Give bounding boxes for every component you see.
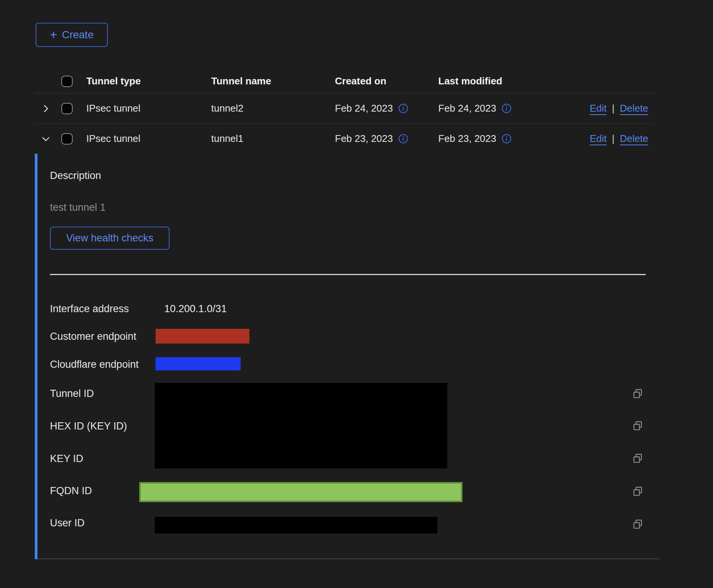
fqdn-id-label: FQDN ID	[50, 484, 92, 498]
edit-link[interactable]: Edit	[590, 103, 607, 114]
created-on-cell: Feb 24, 2023	[335, 103, 438, 114]
row-actions-cell: Edit | Delete	[590, 103, 655, 114]
cloudflare-endpoint-redaction	[156, 357, 241, 370]
info-icon[interactable]	[398, 134, 408, 144]
ids-redaction-block	[155, 383, 447, 468]
tunnel-type-cell: IPsec tunnel	[86, 103, 211, 114]
section-divider	[50, 274, 646, 275]
actions-separator: |	[612, 103, 615, 114]
copy-key-id-icon[interactable]	[631, 453, 644, 465]
edit-link[interactable]: Edit	[590, 133, 607, 145]
copy-hex-id-icon[interactable]	[631, 420, 644, 433]
row-expander-cell	[35, 134, 56, 144]
last-modified-value: Feb 23, 2023	[438, 133, 496, 145]
tunnels-table: Tunnel type Tunnel name Created on Last …	[35, 69, 655, 154]
hex-id-label: HEX ID (KEY ID)	[50, 419, 127, 433]
cloudflare-endpoint-label: Cloudflare endpoint	[50, 358, 139, 371]
last-modified-cell: Feb 23, 2023	[438, 133, 590, 145]
row-expander-cell	[35, 103, 56, 114]
header-tunnel-type: Tunnel type	[86, 75, 211, 87]
header-checkbox-cell	[56, 76, 86, 87]
delete-link[interactable]: Delete	[620, 103, 648, 114]
panel-bottom-divider	[37, 558, 659, 559]
description-label: Description	[50, 169, 101, 182]
tunnel-name-cell: tunnel1	[211, 133, 335, 145]
view-health-checks-button[interactable]: View health checks	[50, 227, 170, 250]
copy-fqdn-id-icon[interactable]	[631, 485, 644, 498]
table-row: IPsec tunnel tunnel1 Feb 23, 2023 Feb 23…	[35, 124, 655, 154]
header-tunnel-name: Tunnel name	[211, 75, 335, 87]
copy-tunnel-id-icon[interactable]	[631, 388, 644, 401]
expanded-tunnel-details: Description test tunnel 1 View health ch…	[35, 154, 659, 559]
tunnel-type-cell: IPsec tunnel	[86, 133, 211, 145]
fqdn-id-redaction	[139, 482, 462, 502]
info-icon[interactable]	[501, 103, 512, 114]
tunnels-page: + Create Tunnel type Tunnel name Created…	[0, 0, 713, 588]
chevron-down-icon[interactable]	[40, 134, 51, 144]
row-checkbox-cell	[56, 133, 86, 145]
customer-endpoint-label: Customer endpoint	[50, 330, 136, 343]
table-header-row: Tunnel type Tunnel name Created on Last …	[35, 69, 655, 93]
info-icon[interactable]	[501, 134, 512, 144]
copy-user-id-icon[interactable]	[631, 518, 644, 531]
interface-address-label: Interface address	[50, 302, 129, 316]
table-row: IPsec tunnel tunnel2 Feb 24, 2023 Feb 24…	[35, 93, 655, 124]
delete-link[interactable]: Delete	[620, 133, 648, 145]
customer-endpoint-redaction	[156, 329, 249, 344]
interface-address-value: 10.200.1.0/31	[164, 302, 227, 316]
last-modified-cell: Feb 24, 2023	[438, 103, 590, 114]
create-button-label: Create	[62, 29, 93, 41]
chevron-right-icon[interactable]	[40, 103, 51, 114]
row-checkbox[interactable]	[61, 103, 73, 114]
row-checkbox[interactable]	[61, 133, 73, 145]
create-button[interactable]: + Create	[36, 23, 108, 47]
info-icon[interactable]	[398, 103, 408, 114]
plus-icon: +	[50, 28, 58, 41]
key-id-label: KEY ID	[50, 452, 83, 465]
user-id-redaction	[155, 517, 437, 534]
created-on-cell: Feb 23, 2023	[335, 133, 438, 145]
created-on-value: Feb 23, 2023	[335, 133, 393, 145]
user-id-label: User ID	[50, 516, 85, 530]
tunnel-name-cell: tunnel2	[211, 103, 335, 114]
last-modified-value: Feb 24, 2023	[438, 103, 496, 114]
header-created-on: Created on	[335, 75, 438, 87]
row-actions-cell: Edit | Delete	[590, 133, 655, 145]
row-checkbox-cell	[56, 103, 86, 114]
select-all-checkbox[interactable]	[61, 76, 73, 87]
description-value: test tunnel 1	[50, 201, 106, 214]
actions-separator: |	[612, 133, 615, 145]
tunnel-id-label: Tunnel ID	[50, 387, 94, 400]
header-last-modified: Last modified	[438, 75, 655, 87]
created-on-value: Feb 24, 2023	[335, 103, 393, 114]
